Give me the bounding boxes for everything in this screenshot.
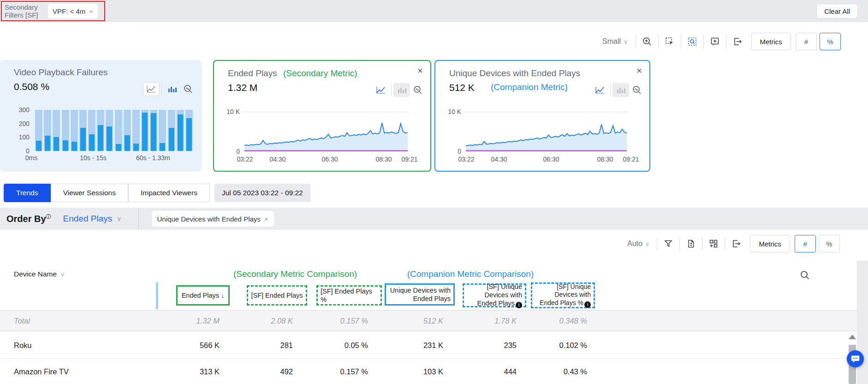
axis-tick: 09:21 bbox=[401, 156, 417, 163]
remove-chip-icon[interactable]: × bbox=[264, 215, 268, 223]
bar bbox=[178, 114, 183, 151]
percent-toggle-button[interactable]: % bbox=[820, 33, 841, 50]
column-resize-handle[interactable] bbox=[156, 282, 158, 309]
bar bbox=[133, 144, 139, 151]
axis-tick: 300 bbox=[8, 106, 30, 114]
metrics-button[interactable]: Metrics bbox=[750, 235, 790, 252]
number-toggle-button[interactable]: # bbox=[796, 33, 817, 50]
row-label: Roku bbox=[14, 341, 32, 349]
table-toolbar: Auto ∨ Metrics # % bbox=[623, 234, 840, 253]
device-name-label: Device Name bbox=[14, 270, 57, 278]
info-icon[interactable]: i bbox=[584, 301, 591, 308]
unique-devices-line-chart[interactable] bbox=[466, 112, 627, 151]
chart-zoom-icon[interactable] bbox=[632, 85, 642, 95]
bar-chart-toggle-icon bbox=[612, 83, 629, 97]
column-header-unique-devices[interactable]: Unique Devices with Ended Plays bbox=[385, 283, 455, 306]
export-icon[interactable] bbox=[729, 34, 746, 49]
line-chart-toggle-icon[interactable] bbox=[373, 83, 389, 97]
zoom-in-icon[interactable] bbox=[639, 34, 655, 49]
bar-chart-toggle-icon[interactable] bbox=[164, 82, 180, 96]
axis-tick: 09:21 bbox=[623, 156, 639, 163]
order-by-bar: Order Byⓘ Ended Plays ∨ Unique Devices w… bbox=[0, 208, 868, 230]
order-by-chip[interactable]: Unique Devices with Ended Plays × bbox=[152, 211, 274, 227]
row-size-dropdown[interactable]: Auto ∨ bbox=[623, 240, 654, 248]
secondary-filters-bar: Secondary Filters [SF] VPF: < 4m × Clear… bbox=[0, 0, 868, 22]
card-title: Video Playback Failures bbox=[14, 67, 107, 78]
chart-zoom-icon[interactable] bbox=[413, 85, 423, 95]
search-icon[interactable] bbox=[800, 270, 810, 280]
column-header-sf-unique-devices-pct[interactable]: [SF] Unique Devices with Ended Plays %i bbox=[531, 282, 595, 308]
row-label: Total bbox=[14, 317, 30, 325]
vpf-bar-chart[interactable] bbox=[35, 110, 194, 151]
column-header-sf-unique-devices[interactable]: [SF] Unique Devices with Ended Playsi bbox=[463, 283, 526, 307]
date-range-chip[interactable]: Jul 05 2023 03:22 - 09:22 bbox=[214, 184, 310, 202]
bar bbox=[36, 141, 42, 151]
zoom-select-icon[interactable] bbox=[684, 34, 701, 49]
secondary-metric-annotation: (Secondary Metric) bbox=[283, 68, 357, 78]
line-chart-toggle-icon[interactable] bbox=[592, 83, 608, 97]
close-icon[interactable]: × bbox=[636, 66, 642, 76]
card-size-dropdown[interactable]: Small ∨ bbox=[598, 37, 633, 46]
table-row-total[interactable]: Total1.32 M2.08 K0.157 %512 K1.78 K0.348… bbox=[0, 310, 858, 331]
companion-metric-comparison-annotation: (Companion Metric Comparison) bbox=[378, 269, 563, 279]
bar bbox=[125, 135, 130, 151]
tab-viewer-sessions[interactable]: Viewer Sessions bbox=[51, 184, 128, 202]
cell-value: 0.05 % bbox=[345, 341, 368, 349]
region-select-icon[interactable] bbox=[661, 34, 678, 49]
metrics-button[interactable]: Metrics bbox=[751, 33, 791, 50]
toolbar-divider bbox=[703, 35, 704, 48]
tab-trends[interactable]: Trends bbox=[4, 184, 51, 202]
remove-filter-icon[interactable]: × bbox=[89, 7, 93, 15]
axis-tick: 10 K bbox=[219, 108, 240, 115]
card-ended-plays: × Ended Plays (Secondary Metric) 1.32 M … bbox=[213, 60, 431, 172]
bar bbox=[116, 144, 121, 151]
chat-bubble-icon bbox=[850, 354, 860, 364]
column-header-sf-ended-plays-pct[interactable]: [SF] Ended Plays % bbox=[316, 285, 382, 306]
column-header-ended-plays[interactable]: Ended Plays ↓ bbox=[176, 285, 230, 306]
bar bbox=[89, 134, 95, 151]
column-header-device-name[interactable]: Device Name ∨ bbox=[14, 270, 65, 278]
axis-tick: 10 K bbox=[440, 108, 461, 115]
table-row[interactable]: Amazon Fire TV313 K4920.157 %103 K4440.4… bbox=[0, 359, 858, 384]
line-chart-toggle-icon[interactable] bbox=[143, 82, 160, 96]
bar bbox=[98, 125, 103, 151]
toolbar-divider bbox=[726, 35, 726, 48]
chevron-down-icon[interactable]: ∨ bbox=[117, 215, 121, 222]
chart-zoom-icon[interactable] bbox=[183, 84, 193, 94]
toolbar-divider bbox=[725, 237, 725, 251]
toolbar-divider bbox=[657, 237, 657, 251]
card-title: Ended Plays bbox=[228, 68, 277, 78]
info-icon[interactable]: ⓘ bbox=[46, 214, 51, 219]
info-icon[interactable]: i bbox=[516, 302, 522, 308]
axis-tick: 06:30 bbox=[543, 156, 559, 163]
percent-toggle-button[interactable]: % bbox=[819, 235, 840, 252]
number-toggle-button[interactable]: # bbox=[795, 235, 816, 252]
chat-button[interactable] bbox=[847, 350, 864, 367]
order-by-selected[interactable]: Ended Plays bbox=[63, 214, 113, 224]
add-widget-icon[interactable] bbox=[705, 236, 722, 252]
document-export-icon[interactable] bbox=[683, 236, 699, 252]
toolbar-divider bbox=[161, 83, 162, 95]
ended-plays-line-chart[interactable] bbox=[244, 112, 408, 151]
toolbar-divider bbox=[658, 35, 659, 48]
bar bbox=[142, 113, 148, 151]
scrollbar-up-arrow[interactable] bbox=[849, 335, 856, 339]
chevron-down-icon: ∨ bbox=[645, 240, 650, 247]
close-icon[interactable]: × bbox=[417, 66, 423, 76]
column-header-sf-ended-plays[interactable]: [SF] Ended Plays bbox=[247, 285, 307, 306]
bar bbox=[107, 126, 112, 151]
table-row[interactable]: Roku566 K2810.05 %231 K2350.102 % bbox=[0, 332, 858, 359]
axis-tick: 0 bbox=[219, 148, 240, 155]
row-label: Amazon Fire TV bbox=[14, 367, 69, 376]
companion-metric-annotation: (Companion Metric) bbox=[491, 82, 568, 92]
export-icon[interactable] bbox=[728, 236, 744, 252]
add-annotation-icon[interactable] bbox=[707, 34, 723, 49]
filter-chip-vpf[interactable]: VPF: < 4m × bbox=[48, 4, 98, 18]
clear-all-button[interactable]: Clear All bbox=[816, 4, 858, 18]
axis-tick: 08:30 bbox=[375, 156, 392, 163]
toolbar-divider bbox=[679, 237, 680, 251]
tab-impacted-viewers[interactable]: Impacted Viewers bbox=[128, 184, 210, 202]
cell-value: 0.102 % bbox=[559, 341, 587, 349]
filter-icon[interactable] bbox=[660, 236, 677, 252]
cell-value: 492 bbox=[280, 367, 293, 376]
